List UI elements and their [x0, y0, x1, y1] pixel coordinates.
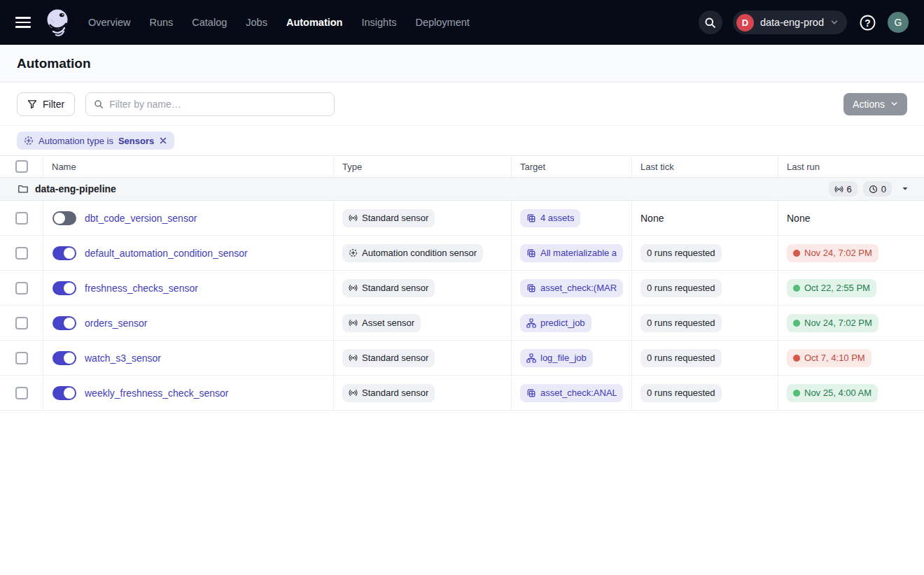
- nav-item-deployment[interactable]: Deployment: [415, 17, 469, 28]
- page-title: Automation: [17, 56, 91, 71]
- last-tick-badge[interactable]: 0 runs requested: [640, 244, 722, 262]
- sensor-toggle[interactable]: [52, 351, 76, 365]
- chevron-down-icon: [890, 100, 898, 108]
- filter-button-label: Filter: [43, 99, 64, 110]
- sensor-toggle[interactable]: [52, 316, 76, 330]
- row-checkbox[interactable]: [15, 212, 28, 225]
- active-filters-row: Automation type is Sensors: [0, 126, 924, 155]
- search-icon: [704, 17, 716, 29]
- last-run-value: None: [787, 213, 810, 224]
- sensor-name-link[interactable]: freshness_checks_sensor: [85, 283, 198, 294]
- funnel-icon: [27, 99, 37, 109]
- search-icon: [94, 99, 104, 109]
- schedule-count: 0: [881, 184, 886, 194]
- toolbar: Filter Actions: [0, 83, 924, 126]
- last-run-badge[interactable]: Nov 25, 4:00 AM: [787, 384, 878, 402]
- last-run-badge[interactable]: Nov 24, 7:02 PM: [787, 244, 878, 262]
- filter-chip-automation-type[interactable]: Automation type is Sensors: [17, 132, 174, 150]
- last-tick-badge[interactable]: 0 runs requested: [640, 314, 722, 332]
- help-button[interactable]: ?: [858, 13, 877, 32]
- row-checkbox[interactable]: [15, 352, 28, 364]
- nav-item-automation[interactable]: Automation: [286, 17, 343, 28]
- name-filter: [85, 92, 335, 116]
- sensor-row: dbt_code_version_sensor Standard sensor …: [0, 201, 924, 236]
- sensor-icon: [349, 213, 358, 222]
- sensor-icon: [349, 283, 358, 292]
- last-tick-badge[interactable]: 0 runs requested: [640, 279, 722, 297]
- chevron-down-icon: [830, 18, 839, 27]
- last-tick-badge[interactable]: 0 runs requested: [640, 349, 722, 367]
- sensor-toggle[interactable]: [52, 211, 76, 225]
- actions-button-label: Actions: [853, 99, 885, 110]
- nav-item-overview[interactable]: Overview: [88, 17, 130, 28]
- filter-chip-value: Sensors: [118, 136, 154, 146]
- sensor-name-link[interactable]: orders_sensor: [85, 318, 148, 329]
- sensor-toggle[interactable]: [52, 246, 76, 260]
- actions-button[interactable]: Actions: [844, 93, 907, 115]
- sensor-name-link[interactable]: default_automation_condition_sensor: [85, 248, 248, 259]
- last-run-badge[interactable]: Oct 22, 2:55 PM: [787, 279, 876, 297]
- repo-group-row[interactable]: data-eng-pipeline 6 0: [0, 178, 924, 201]
- nav-item-jobs[interactable]: Jobs: [246, 17, 267, 28]
- run-status-dot: [793, 320, 800, 327]
- filter-chip-prefix: Automation type is: [38, 136, 113, 146]
- sensor-row: weekly_freshness_check_sensor Standard s…: [0, 376, 924, 411]
- row-checkbox[interactable]: [15, 317, 28, 329]
- filter-button[interactable]: Filter: [17, 92, 75, 116]
- title-bar: Automation: [0, 45, 924, 83]
- sensor-type-badge: Automation condition sensor: [342, 244, 483, 262]
- hamburger-menu-icon[interactable]: [15, 17, 31, 28]
- sensor-type-badge: Standard sensor: [342, 279, 435, 297]
- workspace-name: data-eng-prod: [760, 17, 824, 28]
- sensor-type-badge: Standard sensor: [342, 209, 435, 227]
- last-tick-badge[interactable]: 0 runs requested: [640, 384, 722, 402]
- last-run-badge[interactable]: Oct 7, 4:10 PM: [787, 349, 872, 367]
- row-checkbox[interactable]: [15, 247, 28, 260]
- collapse-caret-icon[interactable]: [897, 185, 913, 192]
- sensor-toggle[interactable]: [52, 281, 76, 295]
- close-icon[interactable]: [159, 136, 167, 145]
- dagster-logo-icon[interactable]: [43, 7, 71, 38]
- sensor-count: 6: [847, 184, 852, 194]
- column-header-last-run: Last run: [778, 156, 924, 177]
- name-filter-input[interactable]: [109, 99, 326, 110]
- sensor-count-badge: 6: [829, 181, 858, 197]
- row-checkbox[interactable]: [15, 282, 28, 294]
- nav-item-runs[interactable]: Runs: [149, 17, 173, 28]
- sensor-type-badge: Asset sensor: [342, 314, 421, 332]
- sensor-target-badge[interactable]: All materializable assets: [520, 244, 623, 262]
- user-avatar[interactable]: G: [888, 12, 909, 33]
- sensor-toggle[interactable]: [52, 386, 76, 400]
- sensor-icon: [349, 318, 358, 327]
- asset-icon: [526, 283, 536, 293]
- run-status-dot: [793, 285, 800, 292]
- repo-group-name: data-eng-pipeline: [35, 183, 116, 194]
- nav-item-catalog[interactable]: Catalog: [192, 17, 227, 28]
- schedule-count-badge: 0: [863, 181, 892, 197]
- select-all-checkbox[interactable]: [15, 160, 28, 173]
- sensor-row: default_automation_condition_sensor Auto…: [0, 236, 924, 271]
- nav-item-insights[interactable]: Insights: [361, 17, 396, 28]
- run-status-dot: [793, 355, 800, 362]
- sensor-icon: [349, 353, 358, 362]
- sensor-target-badge[interactable]: log_file_job: [520, 349, 593, 367]
- sensor-name-link[interactable]: dbt_code_version_sensor: [85, 213, 197, 224]
- sensor-type-badge: Standard sensor: [342, 349, 435, 367]
- workspace-switcher[interactable]: D data-eng-prod: [733, 10, 847, 34]
- sensor-target-badge[interactable]: 4 assets: [520, 209, 580, 227]
- run-status-dot: [793, 390, 800, 397]
- question-mark-icon: ?: [859, 14, 876, 31]
- global-search-button[interactable]: [699, 10, 722, 34]
- sensor-target-badge[interactable]: asset_check:ANALYTICS: [520, 384, 623, 402]
- workspace-badge: D: [736, 14, 754, 31]
- sensor-target-badge[interactable]: predict_job: [520, 314, 592, 332]
- sensor-name-link[interactable]: weekly_freshness_check_sensor: [85, 388, 228, 399]
- last-run-badge[interactable]: Nov 24, 7:02 PM: [787, 314, 878, 332]
- automation-icon: [349, 248, 358, 257]
- job-icon: [526, 353, 536, 363]
- sensor-name-link[interactable]: watch_s3_sensor: [85, 353, 161, 364]
- sensor-row: freshness_checks_sensor Standard sensor …: [0, 271, 924, 306]
- sensor-row: watch_s3_sensor Standard sensor log_file…: [0, 341, 924, 376]
- sensor-target-badge[interactable]: asset_check:(MARKET_DATA): [520, 279, 623, 297]
- row-checkbox[interactable]: [15, 387, 28, 399]
